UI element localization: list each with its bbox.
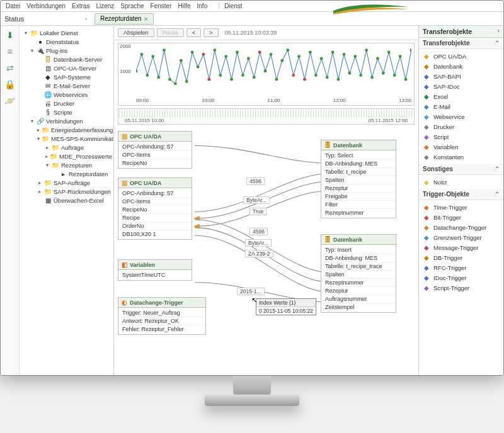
palette-item[interactable]: ◆Time-Trigger xyxy=(419,202,503,212)
node-row: DB100,X20 1 xyxy=(118,230,192,238)
svg-point-34 xyxy=(326,76,329,79)
tree-item[interactable]: ✉E-Mail-Server xyxy=(21,81,112,90)
lock-icon[interactable]: 🔒 xyxy=(4,79,16,90)
node-row: Zeitstempel xyxy=(321,303,396,311)
tree-item[interactable]: ▦Überwachen-Excel xyxy=(21,196,112,205)
svg-point-24 xyxy=(270,53,273,56)
svg-point-35 xyxy=(331,51,335,54)
node-row: Spalten xyxy=(321,176,396,184)
palette-item[interactable]: ◆Excel xyxy=(419,91,503,101)
menu-sprache[interactable]: Sprache xyxy=(120,3,144,9)
tree-item[interactable]: §Scripte xyxy=(21,108,112,116)
svg-point-1 xyxy=(140,53,144,56)
palette-item[interactable]: ◆SAP-IDoc xyxy=(419,81,503,91)
svg-point-7 xyxy=(174,82,177,85)
tree-item[interactable]: ▸📁Energiedatenerfassung xyxy=(21,125,112,134)
tree-item[interactable]: ▸📁MDE_Prozesswerte xyxy=(21,152,112,160)
palette-item[interactable]: ◆Drucker xyxy=(419,121,503,132)
tree-item[interactable]: 🖨Drucker xyxy=(21,99,112,108)
svg-marker-57 xyxy=(194,224,199,228)
node-row: RecipeNo xyxy=(118,159,192,167)
bit-icon: ◆ xyxy=(423,213,430,221)
tree-item[interactable]: ▸Rezepturdaten xyxy=(21,169,112,178)
menubar: Datei Verbindungen Extras Lizenz Sprache… xyxy=(1,1,503,12)
node-row: OPC-Items xyxy=(118,150,192,159)
svg-point-26 xyxy=(280,59,284,62)
tree-item[interactable]: ▸📁Aufträge xyxy=(21,143,112,152)
edge-label: ZA 239-2 xyxy=(245,250,273,257)
palette-item[interactable]: ◆IDoc-Trigger xyxy=(419,273,503,283)
palette-item[interactable]: ◆Konstanten xyxy=(419,152,503,162)
palette-item[interactable]: ◆Webservice xyxy=(419,111,503,121)
tree-item[interactable]: ▥OPC-UA-Server xyxy=(21,64,112,72)
tree-item[interactable]: 🌐Webservices xyxy=(21,90,112,99)
node-datenbank-1[interactable]: 🗄Datenbank Typ: SelectDB-Anbindung: MEST… xyxy=(321,140,396,218)
next-button[interactable]: > xyxy=(203,28,218,37)
tab-rezepturdaten[interactable]: Rezepturdaten × xyxy=(94,13,154,25)
palette-item[interactable]: ◆SAP-BAPI xyxy=(419,71,503,81)
tree-item[interactable]: ▸📁SAP-Rückmeldungen xyxy=(21,187,112,196)
prev-button[interactable]: < xyxy=(186,28,201,37)
palette-item[interactable]: ◆Script-Trigger xyxy=(419,283,503,293)
ytick: 1000 xyxy=(120,69,131,74)
svg-point-19 xyxy=(241,74,244,77)
menu-verbindungen[interactable]: Verbindungen xyxy=(26,3,66,9)
edge-label: ByteAr... xyxy=(243,196,270,204)
diagram-area[interactable]: ▥OPC UA/DA OPC-Anbindung: S7OPC-ItemsRec… xyxy=(114,127,418,360)
palette-item[interactable]: ◆Datachange-Trigger xyxy=(419,222,503,232)
play-button[interactable]: Abspielen xyxy=(118,28,154,37)
menu-extras[interactable]: Extras xyxy=(72,3,89,9)
tree-item[interactable]: ▾🔌Plug-ins xyxy=(21,46,112,55)
tree-item[interactable]: 🗄Datenbank-Server xyxy=(21,55,112,64)
xtick: 11:00 xyxy=(267,98,280,103)
node-datenbank-2[interactable]: 🗄Datenbank Typ: InsertDB-Anbindung: MEST… xyxy=(321,234,396,313)
brand-swoosh-icon xyxy=(333,2,409,14)
limit-icon: ◆ xyxy=(423,233,430,241)
panel-collapse-icon[interactable]: › xyxy=(498,28,500,35)
tree-item[interactable]: ◆SAP-Systeme xyxy=(21,72,112,81)
pause-button[interactable]: Pause xyxy=(157,28,185,37)
svg-point-4 xyxy=(157,76,160,79)
tree-item[interactable]: ▾📁Rezepturen xyxy=(21,160,112,169)
menu-lizenz[interactable]: Lizenz xyxy=(96,3,114,9)
node-opc-2[interactable]: ▥OPC UA/DA OPC-Anbindung: S7OPC-ItemsRec… xyxy=(118,177,192,240)
palette-item[interactable]: ◆Message-Trigger xyxy=(419,242,503,252)
globe-icon[interactable]: 🪐 xyxy=(4,95,16,106)
palette-item[interactable]: ◆Notiz xyxy=(419,177,503,187)
palette-item[interactable]: ◆Datenbank xyxy=(419,61,503,71)
menu-dienst[interactable]: Dienst xyxy=(219,3,242,9)
svg-point-39 xyxy=(353,55,357,58)
tab-close-icon[interactable]: × xyxy=(144,15,148,23)
palette-item[interactable]: ◆OPC UA/DA xyxy=(419,51,503,61)
menu-datei[interactable]: Datei xyxy=(6,3,20,9)
palette-item[interactable]: ◆Grenzwert-Trigger xyxy=(419,232,503,242)
node-row: Typ: Insert xyxy=(321,246,396,254)
palette-item[interactable]: ◆E-Mail xyxy=(419,101,503,111)
filter-icon[interactable]: ≡ xyxy=(4,46,16,57)
node-variablen[interactable]: ◧Variablen SystemTimeUTC xyxy=(118,259,192,281)
dropbox-icon[interactable]: ⬇ xyxy=(4,30,16,41)
svg-point-30 xyxy=(303,78,306,81)
tree-item[interactable]: ▾🔗Verbindungen xyxy=(21,116,112,125)
transfer-icon[interactable]: ⇄ xyxy=(4,62,16,74)
svg-point-43 xyxy=(376,57,379,60)
tree-item[interactable]: ▾📁MES-SPS-Kommunikation xyxy=(21,134,112,143)
svg-point-40 xyxy=(359,74,362,77)
palette-item[interactable]: ◆Variablen xyxy=(419,142,503,152)
node-datachange-trigger[interactable]: ◐Datachange-Trigger Trigger: Neuer_Auftr… xyxy=(118,297,206,335)
menu-fenster[interactable]: Fenster xyxy=(151,3,172,9)
menu-info[interactable]: Info xyxy=(197,3,208,9)
scrub-bar[interactable]: 05.11.2015 10:00 05.11.2015 12:00 xyxy=(118,108,415,125)
center-panel: Laufzeit Abspielen Pause < > 05.11.2015 … xyxy=(114,26,418,375)
tree-item[interactable]: ▾📁Lokaler Dienst xyxy=(21,28,112,37)
tree-item[interactable]: ●Dienststatus xyxy=(21,37,112,46)
tree-item[interactable]: ▸📁SAP-Aufträge xyxy=(21,178,112,187)
palette-item[interactable]: ◆DB-Trigger xyxy=(419,252,503,262)
node-opc-1[interactable]: ▥OPC UA/DA OPC-Anbindung: S7OPC-ItemsRec… xyxy=(118,131,192,169)
palette-item[interactable]: ◆RFC-Trigger xyxy=(419,262,503,273)
palette-item[interactable]: ◆Bit-Trigger xyxy=(419,212,503,222)
web-icon: ◆ xyxy=(423,113,430,120)
panel-collapse-icon[interactable]: ‹ xyxy=(85,16,87,22)
palette-item[interactable]: ◆Script xyxy=(419,132,503,142)
menu-hilfe[interactable]: Hilfe xyxy=(178,3,191,9)
